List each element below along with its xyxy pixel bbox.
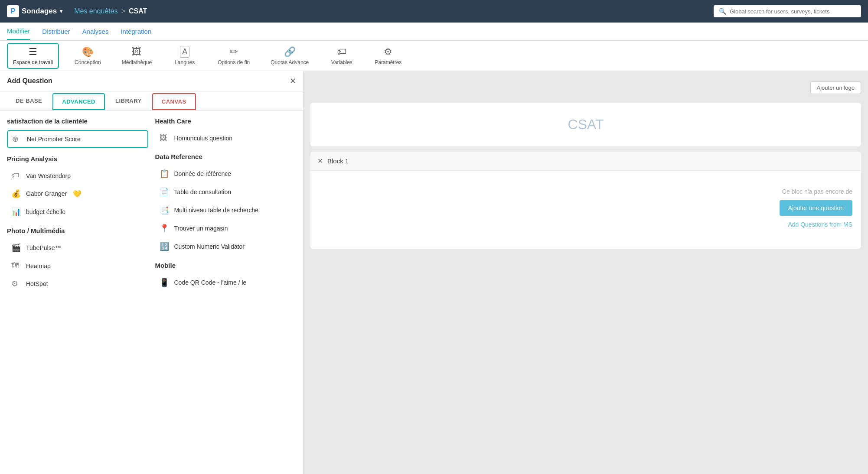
search-input[interactable] bbox=[730, 8, 856, 15]
col-left: satisfaction de la clientèle ⊛ Net Promo… bbox=[7, 117, 148, 294]
right-panel: Ajouter un logo CSAT ✕ Block 1 Ce bloc n… bbox=[303, 71, 868, 474]
question-trouver-magasin[interactable]: 📍 Trouver un magasin bbox=[155, 220, 297, 237]
survey-header-bar: Ajouter un logo bbox=[310, 78, 861, 97]
variables-icon: 🏷 bbox=[337, 46, 346, 58]
tab-de-base[interactable]: DE BASE bbox=[7, 91, 51, 110]
toolbar-conception[interactable]: 🎨 Conception bbox=[69, 44, 106, 68]
block-header: ✕ Block 1 bbox=[310, 152, 861, 171]
toolbar-mediatheque[interactable]: 🖼 Médiathèque bbox=[117, 44, 157, 68]
toolbar-langues[interactable]: A Langues bbox=[167, 43, 202, 68]
question-heatmap[interactable]: 🗺 Heatmap bbox=[7, 258, 148, 274]
nav-modifier[interactable]: Modifier bbox=[7, 23, 30, 40]
breadcrumb: Mes enquêtes > CSAT bbox=[74, 7, 147, 15]
nps-icon: ⊛ bbox=[12, 134, 23, 144]
heatmap-icon: 🗺 bbox=[11, 261, 22, 270]
survey-title: CSAT bbox=[568, 117, 604, 133]
toolbar: ☰ Espace de travail 🎨 Conception 🖼 Média… bbox=[0, 41, 868, 71]
homunculus-icon: 🖼 bbox=[160, 133, 170, 143]
nav-integration[interactable]: Intégration bbox=[121, 23, 151, 39]
section-mobile: Mobile bbox=[155, 262, 297, 269]
toolbar-workspace[interactable]: ☰ Espace de travail bbox=[7, 43, 59, 69]
question-table-consultation[interactable]: 📄 Table de consultation bbox=[155, 184, 297, 200]
toolbar-parametres[interactable]: ⚙ Paramètres bbox=[369, 44, 407, 68]
app-logo: P bbox=[7, 5, 19, 17]
app-dropdown-arrow[interactable]: ▼ bbox=[59, 8, 64, 14]
col-right: Health Care 🖼 Homunculus question Data R… bbox=[155, 117, 297, 294]
breadcrumb-current: CSAT bbox=[129, 7, 147, 15]
section-data-reference: Data Reference bbox=[155, 153, 297, 160]
question-homunculus[interactable]: 🖼 Homunculus question bbox=[155, 130, 297, 146]
question-gabor-granger[interactable]: 💰 Gabor Granger 💛 bbox=[7, 185, 148, 202]
donnee-reference-icon: 📋 bbox=[160, 169, 170, 179]
question-custom-numeric[interactable]: 🔢 Custom Numeric Validator bbox=[155, 238, 297, 255]
toolbar-options-fin[interactable]: ✏ Options de fin bbox=[212, 44, 255, 68]
tabs-bar: DE BASE ADVANCED LIBRARY CANVAS bbox=[0, 91, 303, 110]
main-layout: Add Question ✕ DE BASE ADVANCED LIBRARY … bbox=[0, 71, 868, 474]
question-qr-code[interactable]: 📱 Code QR Code - l'aime / le bbox=[155, 274, 297, 291]
add-from-ms-link[interactable]: Add Questions from MS bbox=[788, 221, 852, 228]
question-budget-echelle[interactable]: 📊 budget échelle bbox=[7, 204, 148, 220]
question-multi-niveau[interactable]: 📑 Multi niveau table de recherche bbox=[155, 202, 297, 218]
app-name: Sondages bbox=[22, 7, 57, 16]
trouver-magasin-icon: 📍 bbox=[160, 224, 170, 233]
block-collapse-icon[interactable]: ✕ bbox=[317, 157, 323, 165]
multi-niveau-icon: 📑 bbox=[160, 205, 170, 215]
add-logo-button[interactable]: Ajouter un logo bbox=[810, 81, 861, 94]
toolbar-quotas[interactable]: 🔗 Quotas Advance bbox=[265, 44, 314, 68]
table-consultation-icon: 📄 bbox=[160, 187, 170, 197]
block-title: Block 1 bbox=[327, 157, 349, 165]
global-search[interactable]: 🔍 bbox=[714, 5, 861, 17]
options-fin-icon: ✏ bbox=[230, 46, 238, 58]
block-content: Ce bloc n'a pas encore de Ajouter une qu… bbox=[310, 171, 861, 249]
custom-numeric-icon: 🔢 bbox=[160, 242, 170, 251]
tab-advanced[interactable]: ADVANCED bbox=[52, 93, 105, 110]
question-donnee-reference[interactable]: 📋 Donnée de référence bbox=[155, 166, 297, 182]
qr-code-icon: 📱 bbox=[160, 278, 170, 287]
add-question-button[interactable]: Ajouter une question bbox=[780, 200, 852, 216]
nav-analyses[interactable]: Analyses bbox=[82, 23, 109, 39]
section-pricing: Pricing Analysis bbox=[7, 155, 148, 162]
quotas-icon: 🔗 bbox=[284, 46, 296, 58]
section-healthcare: Health Care bbox=[155, 117, 297, 125]
question-tubepulse[interactable]: 🎬 TubePulse™ bbox=[7, 240, 148, 256]
budget-echelle-icon: 📊 bbox=[11, 207, 22, 217]
section-photo-multimedia: Photo / Multimédia bbox=[7, 227, 148, 234]
close-button[interactable]: ✕ bbox=[290, 76, 296, 86]
section-satisfaction: satisfaction de la clientèle bbox=[7, 117, 148, 125]
tab-canvas[interactable]: CANVAS bbox=[152, 93, 196, 110]
van-westendorp-icon: 🏷 bbox=[11, 171, 22, 180]
question-van-westendorp[interactable]: 🏷 Van Westendorp bbox=[7, 168, 148, 184]
left-panel: Add Question ✕ DE BASE ADVANCED LIBRARY … bbox=[0, 71, 303, 474]
search-icon: 🔍 bbox=[719, 8, 726, 15]
question-hotspot[interactable]: ⚙ HotSpot bbox=[7, 276, 148, 292]
add-question-title: Add Question bbox=[7, 77, 52, 85]
parametres-icon: ⚙ bbox=[384, 46, 392, 58]
gabor-granger-icon: 💰 bbox=[11, 189, 22, 198]
mediatheque-icon: 🖼 bbox=[132, 46, 141, 58]
add-question-header: Add Question ✕ bbox=[0, 71, 303, 91]
top-nav: P Sondages ▼ Mes enquêtes > CSAT 🔍 bbox=[0, 0, 868, 23]
survey-title-area: CSAT bbox=[310, 103, 861, 146]
secondary-nav: Modifier Distribuer Analyses Intégration bbox=[0, 23, 868, 41]
langues-icon: A bbox=[180, 46, 189, 58]
workspace-icon: ☰ bbox=[29, 46, 37, 58]
question-list: satisfaction de la clientèle ⊛ Net Promo… bbox=[0, 110, 303, 301]
block-area: ✕ Block 1 Ce bloc n'a pas encore de Ajou… bbox=[310, 152, 861, 249]
hotspot-icon: ⚙ bbox=[11, 279, 22, 289]
nav-distribuer[interactable]: Distribuer bbox=[42, 23, 70, 39]
conception-icon: 🎨 bbox=[82, 46, 94, 58]
gabor-badge: 💛 bbox=[73, 190, 82, 198]
block-empty-text: Ce bloc n'a pas encore de bbox=[782, 188, 852, 195]
tab-library[interactable]: LIBRARY bbox=[107, 91, 150, 110]
tubepulse-icon: 🎬 bbox=[11, 243, 22, 253]
breadcrumb-parent[interactable]: Mes enquêtes bbox=[74, 7, 118, 15]
breadcrumb-separator: > bbox=[121, 7, 125, 15]
toolbar-variables[interactable]: 🏷 Variables bbox=[324, 44, 359, 68]
question-nps[interactable]: ⊛ Net Promoter Score bbox=[7, 130, 148, 148]
